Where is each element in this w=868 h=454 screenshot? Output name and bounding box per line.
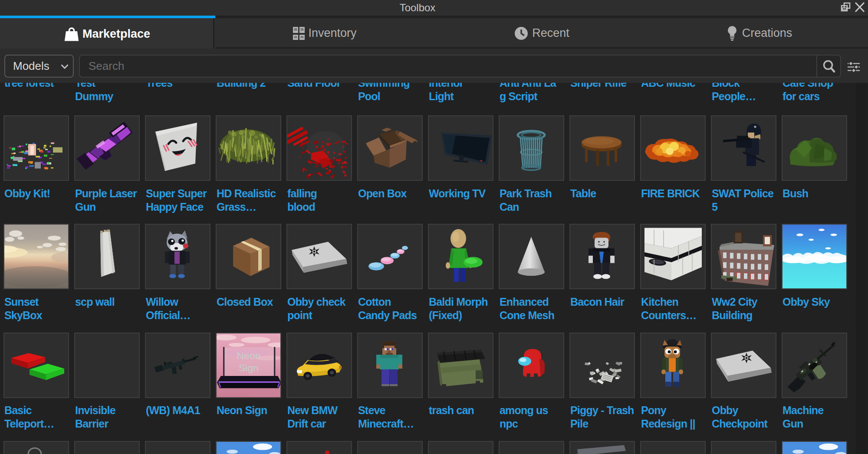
svg-text:Neon: Neon bbox=[237, 351, 261, 361]
svg-text:Sign: Sign bbox=[239, 363, 259, 373]
